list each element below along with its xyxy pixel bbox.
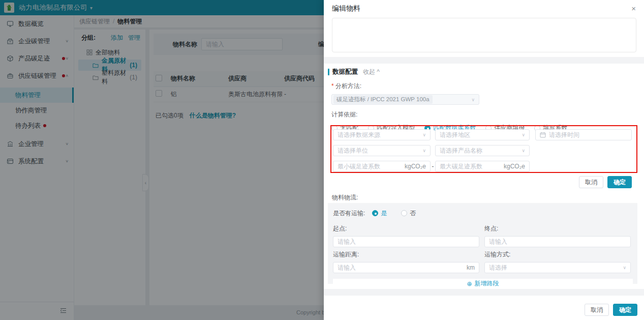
drawer-confirm-button[interactable]: 确定: [613, 304, 637, 316]
chevron-down-icon: ∨: [623, 265, 626, 270]
radio-transport-no[interactable]: 否: [401, 209, 416, 218]
logistics-title: 物料物流:: [332, 193, 358, 202]
start-input[interactable]: 请输入: [333, 236, 479, 247]
app-page: 动力电池制品有限公司 ▾ 数据概览 企业碳管理 ∨ 产品碳足迹 ∨: [0, 0, 644, 320]
data-config-title: 数据配置: [332, 68, 358, 76]
has-transport-label: 是否有运输:: [333, 209, 365, 218]
max-coefficient-input[interactable]: 最大碳足迹系数 kgCO₂e: [435, 161, 530, 172]
chevron-down-icon: ∨: [522, 132, 525, 137]
chevron-down-icon: ∨: [422, 132, 426, 137]
range-separator: -: [431, 161, 435, 172]
co2e-suffix: kgCO₂e: [504, 163, 525, 170]
transport-mode-label: 运输方式:: [484, 250, 631, 259]
section-separator: [324, 57, 644, 64]
section-separator: [324, 289, 644, 296]
logistics-block: 是否有运输: 是 否 起点: 请输入 运输距离:: [328, 203, 637, 284]
config-cancel-button[interactable]: 取消: [579, 176, 603, 188]
radio-selected-icon: [372, 210, 378, 216]
plus-circle-icon: ⊕: [467, 280, 472, 287]
chevron-down-icon: ∨: [422, 148, 426, 153]
time-picker[interactable]: 请选择时间: [535, 129, 632, 140]
distance-input[interactable]: 请输入 km: [333, 262, 479, 273]
chevron-down-icon: ∨: [522, 148, 525, 153]
co2e-suffix: kgCO₂e: [405, 163, 426, 170]
end-input[interactable]: 请输入: [484, 236, 631, 247]
annotation-highlight-box: 请选择数据来源 ∨ 请选择地区 ∨ 请选择时间: [330, 125, 637, 173]
data-config-section: 数据配置 收起 ^ *分析方法: 碳足迹指标 / IPCC 2021 GWP 1…: [324, 68, 644, 132]
required-mark: *: [331, 82, 334, 90]
end-label: 终点:: [484, 224, 631, 233]
data-source-select[interactable]: 请选择数据来源 ∨: [333, 129, 431, 140]
drawer-title: 编辑物料: [332, 4, 360, 13]
calc-basis-label: 计算依据:: [324, 110, 644, 119]
close-icon[interactable]: ×: [631, 5, 636, 12]
drawer-mask[interactable]: [0, 0, 324, 320]
analysis-method-select[interactable]: 碳足迹指标 / IPCC 2021 GWP 100a ∨: [331, 94, 479, 105]
product-name-select[interactable]: 请选择产品名称 ∨: [435, 145, 530, 156]
start-label: 起点:: [333, 224, 479, 233]
method-value-chip: 碳足迹指标 / IPCC 2021 GWP 100a: [333, 95, 433, 104]
min-coefficient-input[interactable]: 最小碳足迹系数 kgCO₂e: [333, 161, 431, 172]
unit-select[interactable]: 请选择单位 ∨: [333, 145, 431, 156]
distance-label: 运输距离:: [333, 250, 479, 259]
region-select[interactable]: 请选择地区 ∨: [435, 129, 530, 140]
config-confirm-button[interactable]: 确定: [607, 176, 632, 188]
drawer-cancel-button[interactable]: 取消: [585, 304, 609, 316]
analysis-method-label: 分析方法:: [335, 82, 361, 90]
radio-transport-yes[interactable]: 是: [372, 209, 387, 218]
km-suffix: km: [467, 264, 475, 271]
radio-icon: [401, 210, 407, 216]
calendar-icon: [540, 132, 546, 138]
section-accent-bar: [328, 69, 329, 75]
scrolled-section-box: [332, 18, 636, 52]
add-segment-button[interactable]: ⊕ 新增路段: [333, 279, 633, 288]
edit-material-drawer: 编辑物料 × 数据配置 收起 ^ *分析方法: 碳足迹指标 / IPCC 202…: [324, 0, 644, 320]
chevron-down-icon: ∨: [471, 97, 475, 102]
transport-mode-select[interactable]: 请选择 ∨: [484, 262, 631, 273]
collapse-link[interactable]: 收起 ^: [363, 68, 380, 76]
